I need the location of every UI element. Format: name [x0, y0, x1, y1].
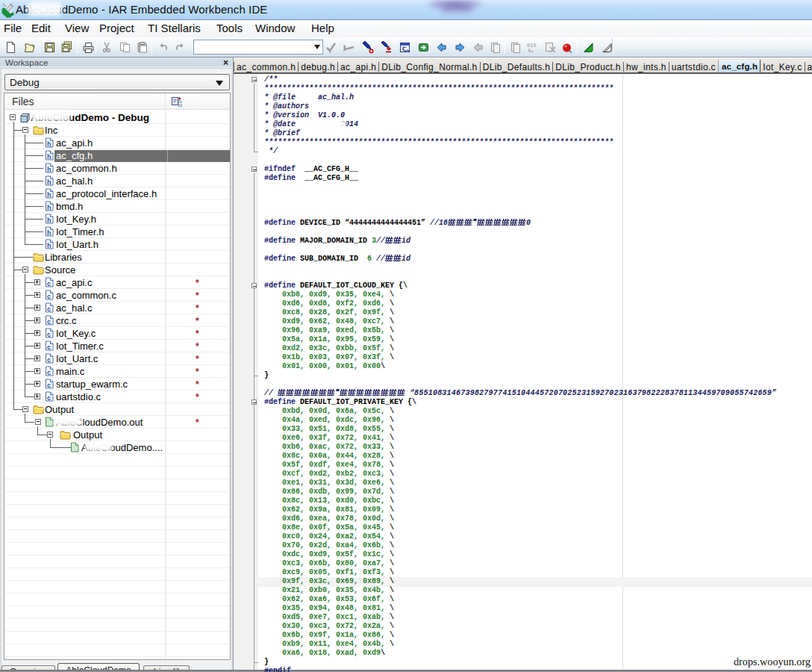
svg-text:h: h — [47, 217, 51, 224]
svg-text:c: c — [47, 356, 51, 364]
svg-text:h: h — [47, 204, 51, 211]
svg-text:c: c — [47, 331, 51, 338]
svg-text:010: 010 — [527, 43, 537, 49]
svg-text:c: c — [47, 394, 51, 402]
svg-text:c: c — [47, 318, 51, 326]
svg-text:c: c — [47, 280, 51, 287]
svg-text:10: 10 — [178, 104, 182, 108]
svg-text:c: c — [47, 305, 51, 313]
svg-text:h: h — [47, 166, 51, 173]
svg-text:h: h — [47, 191, 51, 199]
svg-text:c: c — [47, 382, 51, 389]
svg-text:c: c — [47, 293, 51, 300]
svg-text:c: c — [47, 369, 51, 376]
svg-text:h: h — [47, 178, 51, 186]
svg-text:h: h — [47, 229, 51, 237]
svg-text:h: h — [47, 153, 51, 161]
svg-text:c: c — [47, 343, 51, 351]
svg-text:h: h — [47, 242, 51, 249]
svg-text:h: h — [47, 140, 51, 148]
